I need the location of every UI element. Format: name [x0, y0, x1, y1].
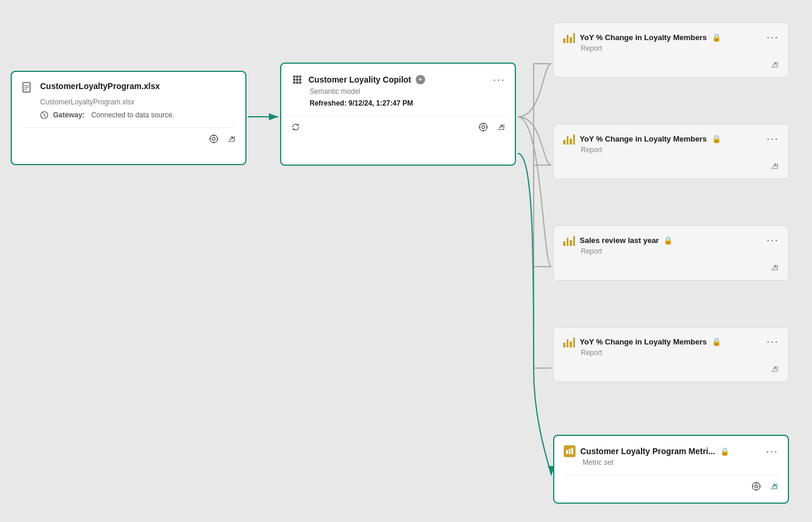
lock-icon-3: 🔒: [663, 236, 673, 245]
metric-title: Customer Loyalty Program Metri...: [580, 447, 715, 456]
metric-set-card: Customer Loyalty Program Metri... 🔒 ··· …: [553, 435, 789, 504]
doc-icon: [21, 81, 34, 94]
report-3-link-icon[interactable]: [769, 262, 779, 274]
semantic-refresh: Refreshed: 9/12/24, 1:27:47 PM: [310, 99, 505, 107]
copilot-badge: ✦: [416, 75, 425, 84]
svg-rect-27: [569, 449, 571, 454]
report-4-more-button[interactable]: ···: [767, 336, 779, 347]
semantic-link-icon[interactable]: [495, 122, 505, 134]
report-title-3: Sales review last year: [580, 236, 659, 245]
svg-rect-28: [571, 448, 573, 454]
semantic-card: Customer Loyality Copilot ✦ ··· Semantic…: [280, 63, 516, 166]
settings-icon[interactable]: [209, 134, 219, 146]
report-title-4: YoY % Change in Loyalty Members: [580, 337, 707, 346]
bar-chart-icon-3: [563, 234, 575, 246]
metric-lock-icon: 🔒: [720, 447, 729, 456]
source-subtitle: CustomerLoyaltyProgram.xlsx: [40, 98, 236, 106]
report-card-3: Sales review last year 🔒 ··· Report: [553, 225, 789, 281]
report-type-2: Report: [581, 146, 779, 154]
gateway-value: Connected to data source.: [91, 111, 175, 119]
svg-line-13: [42, 112, 44, 113]
source-title: CustomerLoyaltyProgram.xlsx: [40, 81, 160, 91]
bar-chart-icon-1: [563, 31, 575, 43]
semantic-settings-icon[interactable]: [478, 122, 488, 134]
report-3-more-button[interactable]: ···: [767, 235, 779, 245]
bar-chart-icon-2: [563, 133, 575, 145]
source-gateway: Gateway: Connected to data source.: [40, 111, 236, 119]
metric-icon: [564, 445, 576, 457]
grid-icon: [291, 73, 304, 86]
report-card-4: YoY % Change in Loyalty Members 🔒 ··· Re…: [553, 327, 789, 382]
metric-type: Metric set: [583, 458, 778, 467]
svg-point-15: [212, 137, 215, 140]
report-type-4: Report: [581, 349, 779, 357]
report-card-1: YoY % Change in Loyalty Members 🔒 ··· Re…: [553, 22, 789, 78]
report-title-2: YoY % Change in Loyalty Members: [580, 134, 707, 143]
semantic-more-button[interactable]: ···: [493, 74, 505, 85]
lock-icon-2: 🔒: [712, 134, 721, 143]
svg-point-30: [755, 485, 758, 488]
source-card: CustomerLoyaltyProgram.xlsx CustomerLoya…: [11, 71, 246, 165]
link-icon[interactable]: [226, 134, 236, 146]
gateway-label: Gateway:: [53, 111, 84, 119]
report-type-1: Report: [581, 44, 779, 52]
bar-chart-icon-4: [563, 336, 575, 347]
metric-settings-icon[interactable]: [751, 481, 761, 493]
semantic-type: Semantic model: [310, 87, 505, 96]
refresh-icon[interactable]: [291, 122, 301, 134]
lock-icon-4: 🔒: [712, 337, 721, 346]
svg-point-21: [482, 126, 485, 129]
report-1-more-button[interactable]: ···: [767, 32, 779, 42]
report-title-1: YoY % Change in Loyalty Members: [580, 33, 707, 42]
report-2-link-icon[interactable]: [769, 161, 779, 173]
report-2-more-button[interactable]: ···: [767, 133, 779, 144]
report-type-3: Report: [581, 247, 779, 255]
metric-more-button[interactable]: ···: [766, 446, 778, 457]
report-1-link-icon[interactable]: [769, 60, 779, 71]
semantic-title: Customer Loyality Copilot: [308, 75, 411, 84]
report-4-link-icon[interactable]: [769, 364, 779, 376]
svg-rect-26: [566, 450, 568, 454]
metric-link-icon[interactable]: [768, 481, 778, 493]
report-card-2: YoY % Change in Loyalty Members 🔒 ··· Re…: [553, 124, 789, 179]
lock-icon-1: 🔒: [712, 33, 721, 42]
